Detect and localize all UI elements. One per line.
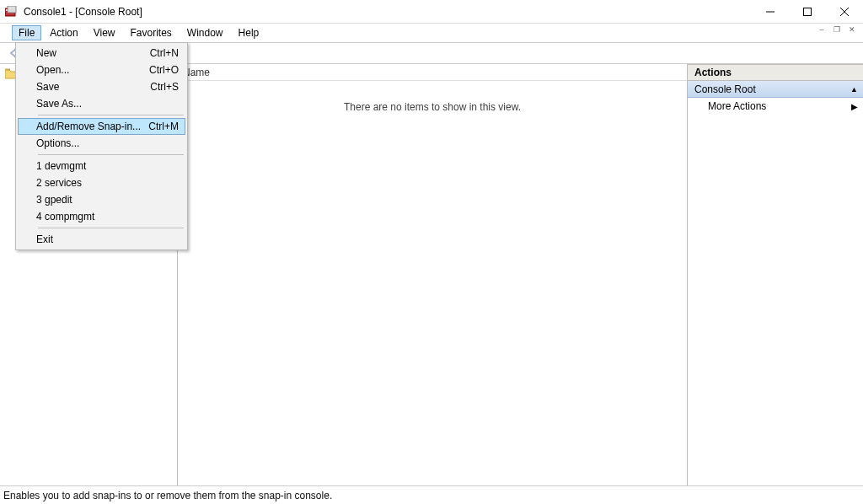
- menu-item-save[interactable]: SaveCtrl+S: [18, 78, 185, 95]
- status-bar: Enables you to add snap-ins to or remove…: [0, 485, 863, 504]
- menu-separator-2: [38, 154, 184, 155]
- menu-item-recent-3[interactable]: 3 gpedit: [18, 191, 185, 208]
- status-text: Enables you to add snap-ins to or remove…: [3, 490, 332, 501]
- menu-item-recent-2-label: 2 services: [36, 177, 179, 189]
- mdi-close-icon[interactable]: ✕: [846, 25, 858, 34]
- menu-item-save-as[interactable]: Save As...: [18, 95, 185, 112]
- menu-item-open-shortcut: Ctrl+O: [149, 64, 179, 76]
- menu-favorites[interactable]: Favorites: [124, 25, 179, 40]
- mdi-minimize-icon[interactable]: –: [816, 25, 828, 34]
- content-column-header[interactable]: Name: [178, 64, 687, 81]
- title-bar: Console1 - [Console Root]: [0, 0, 863, 24]
- menu-item-exit[interactable]: Exit: [18, 231, 185, 248]
- svg-rect-4: [804, 8, 812, 15]
- menu-item-recent-3-label: 3 gpedit: [36, 194, 179, 206]
- close-button[interactable]: [826, 0, 863, 24]
- file-menu-dropdown: NewCtrl+N Open...Ctrl+O SaveCtrl+S Save …: [15, 42, 188, 250]
- menu-item-recent-4-label: 4 compmgmt: [36, 211, 179, 223]
- svg-rect-2: [8, 6, 16, 13]
- window-title: Console1 - [Console Root]: [24, 6, 752, 18]
- collapse-icon: ▲: [850, 85, 858, 94]
- actions-section-label: Console Root: [694, 83, 850, 95]
- actions-section-header[interactable]: Console Root ▲: [688, 81, 863, 98]
- menu-separator-3: [38, 228, 184, 228]
- minimize-button[interactable]: [752, 0, 789, 24]
- menu-item-open[interactable]: Open...Ctrl+O: [18, 62, 185, 78]
- maximize-button[interactable]: [789, 0, 826, 24]
- more-actions-item[interactable]: More Actions ▶: [688, 98, 863, 115]
- menu-item-new-shortcut: Ctrl+N: [150, 47, 179, 59]
- menu-window[interactable]: Window: [180, 25, 230, 40]
- menu-bar: File Action View Favorites Window Help –…: [0, 24, 863, 42]
- content-body: There are no items to show in this view.: [178, 81, 687, 485]
- menu-item-recent-1[interactable]: 1 devmgmt: [18, 158, 185, 174]
- menu-item-save-as-label: Save As...: [36, 98, 179, 110]
- menu-item-save-shortcut: Ctrl+S: [150, 81, 179, 93]
- mdi-restore-icon[interactable]: ❐: [831, 25, 843, 34]
- menu-item-open-label: Open...: [36, 64, 149, 76]
- menu-item-recent-2[interactable]: 2 services: [18, 174, 185, 191]
- menu-item-add-remove-label: Add/Remove Snap-in...: [36, 121, 148, 132]
- menu-item-save-label: Save: [36, 81, 150, 93]
- menu-item-add-remove-snapin[interactable]: Add/Remove Snap-in...Ctrl+M: [18, 118, 185, 135]
- menu-separator: [38, 115, 184, 115]
- more-actions-label: More Actions: [708, 100, 766, 112]
- actions-title: Actions: [688, 64, 863, 81]
- window-controls: [752, 0, 863, 24]
- menu-item-options[interactable]: Options...: [18, 135, 185, 152]
- menu-item-recent-4[interactable]: 4 compmgmt: [18, 208, 185, 225]
- menu-view[interactable]: View: [87, 25, 122, 40]
- menu-item-options-label: Options...: [36, 137, 179, 149]
- menu-item-exit-label: Exit: [36, 233, 179, 245]
- menu-action[interactable]: Action: [43, 25, 84, 40]
- menu-item-recent-1-label: 1 devmgmt: [36, 160, 179, 172]
- menu-file[interactable]: File: [12, 25, 41, 40]
- mdi-controls: – ❐ ✕: [816, 25, 858, 34]
- menu-item-add-remove-shortcut: Ctrl+M: [148, 121, 179, 132]
- empty-message: There are no items to show in this view.: [344, 101, 521, 113]
- menu-item-new[interactable]: NewCtrl+N: [18, 45, 185, 62]
- content-pane: Name There are no items to show in this …: [178, 64, 688, 485]
- menu-item-new-label: New: [36, 47, 150, 59]
- actions-pane: Actions Console Root ▲ More Actions ▶: [688, 64, 863, 485]
- app-icon: [5, 6, 19, 18]
- submenu-arrow-icon: ▶: [851, 102, 858, 111]
- menu-help[interactable]: Help: [232, 25, 266, 40]
